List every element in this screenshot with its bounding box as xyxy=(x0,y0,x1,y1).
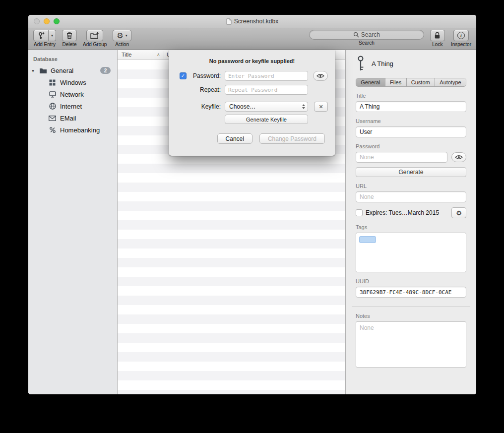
expires-checkbox[interactable] xyxy=(356,209,363,216)
keyfile-popup-button[interactable]: Choose… xyxy=(225,102,308,112)
sidebar-item-internet[interactable]: Internet xyxy=(28,100,117,112)
notes-field-label: Notes xyxy=(356,313,466,319)
tab-custom[interactable]: Custom xyxy=(407,78,435,86)
sidebar-item-homebanking[interactable]: Homebanking xyxy=(28,124,117,136)
search-input[interactable]: Search xyxy=(309,30,424,40)
add-entry-dropdown-button[interactable]: ▾ xyxy=(49,30,56,41)
sheet-keyfile-label: Keyfile: xyxy=(189,103,221,110)
add-entry-button[interactable] xyxy=(33,30,49,41)
inspector-tabs: General Files Custom Autotype xyxy=(356,78,466,87)
uuid-field[interactable] xyxy=(356,287,466,298)
delete-button[interactable] xyxy=(62,30,77,41)
generate-password-button[interactable]: Generate xyxy=(356,167,466,177)
entry-title: A Thing xyxy=(372,60,393,67)
lock-button[interactable] xyxy=(430,30,445,41)
inspector-panel: A Thing General Files Custom Autotype Ti… xyxy=(345,50,476,394)
folder-plus-icon xyxy=(90,32,99,39)
windows-grid-icon xyxy=(48,79,57,86)
change-password-button[interactable]: Change Password xyxy=(259,133,325,144)
info-icon: i xyxy=(457,32,465,39)
section-divider xyxy=(352,307,470,307)
window-title: Screenshot.kdbx xyxy=(234,18,278,25)
chevron-down-icon: ▾ xyxy=(51,34,53,38)
add-group-button[interactable] xyxy=(86,30,103,41)
close-icon: ✕ xyxy=(318,104,323,110)
username-field[interactable] xyxy=(356,126,466,137)
username-field-label: Username xyxy=(356,118,466,124)
expires-row: Expires: Tues…March 2015 ⚙ xyxy=(356,207,466,218)
disclosure-triangle-icon[interactable]: ▾ xyxy=(32,68,38,73)
search-icon xyxy=(353,32,359,38)
tab-autotype[interactable]: Autotype xyxy=(435,78,466,86)
trash-icon xyxy=(66,32,73,39)
password-enabled-checkbox[interactable]: ✓ xyxy=(180,72,187,79)
document-proxy-icon xyxy=(226,18,232,25)
sheet-repeat-input[interactable] xyxy=(225,85,308,95)
password-field-label: Password xyxy=(356,143,466,149)
generate-keyfile-button[interactable]: Generate Keyfile xyxy=(225,115,308,124)
sheet-password-row: ✓ Password: xyxy=(180,71,335,81)
title-field[interactable] xyxy=(356,101,466,112)
url-field[interactable] xyxy=(356,191,466,202)
sheet-password-input[interactable] xyxy=(225,71,308,81)
sheet-password-label: Password: xyxy=(189,72,221,79)
folder-icon xyxy=(38,67,48,74)
clear-keyfile-button[interactable]: ✕ xyxy=(314,102,328,112)
toolbar-item-search: Search Search xyxy=(309,30,424,46)
notes-field[interactable] xyxy=(356,321,466,368)
add-entry-label: Add Entry xyxy=(34,42,56,47)
eye-icon xyxy=(455,155,463,160)
action-label: Action xyxy=(115,42,129,47)
toolbar-item-add-entry: ▾ Add Entry xyxy=(33,30,56,47)
column-header-title[interactable]: Title xyxy=(122,52,131,58)
envelope-icon xyxy=(48,116,57,121)
tag-pill[interactable] xyxy=(359,236,376,243)
key-plus-icon xyxy=(37,32,45,40)
sidebar: Database ▾ General 2 xyxy=(28,50,118,394)
inspector-button[interactable]: i xyxy=(453,30,469,41)
toolbar-item-delete: Delete xyxy=(62,30,77,47)
search-placeholder: Search xyxy=(361,31,380,38)
sheet-actions: Cancel Change Password xyxy=(169,133,325,144)
sidebar-item-label: EMail xyxy=(60,115,76,122)
delete-label: Delete xyxy=(63,42,77,47)
column-divider[interactable] xyxy=(164,51,164,59)
tab-general[interactable]: General xyxy=(356,78,385,86)
sheet-repeat-label: Repeat: xyxy=(189,86,221,93)
password-field[interactable] xyxy=(356,152,447,163)
globe-icon xyxy=(48,103,57,110)
expires-settings-button[interactable]: ⚙ xyxy=(451,207,466,218)
toolbar-item-inspector: i Inspector xyxy=(451,30,471,47)
gear-icon: ⚙ xyxy=(456,209,462,217)
keyfile-popup-value: Choose… xyxy=(229,103,255,110)
desktop: Screenshot.kdbx ▾ xyxy=(0,0,504,433)
sidebar-item-label: Windows xyxy=(60,79,86,86)
password-row xyxy=(356,152,466,163)
cancel-button[interactable]: Cancel xyxy=(217,133,252,144)
app-window: Screenshot.kdbx ▾ xyxy=(28,15,476,394)
sidebar-group-general[interactable]: ▾ General 2 xyxy=(28,64,117,76)
tags-field[interactable] xyxy=(356,233,466,272)
action-button[interactable]: ⚙ ▾ xyxy=(113,30,131,41)
percent-coin-icon xyxy=(48,126,57,133)
monitor-icon xyxy=(48,91,57,98)
show-password-button[interactable] xyxy=(451,152,466,162)
sidebar-item-network[interactable]: Network xyxy=(28,88,117,100)
tags-field-label: Tags xyxy=(356,224,466,230)
lock-label: Lock xyxy=(432,42,442,47)
tab-files[interactable]: Files xyxy=(385,78,407,86)
lock-icon xyxy=(434,32,441,39)
url-field-label: URL xyxy=(356,183,466,189)
sidebar-item-label: Homebanking xyxy=(60,126,100,134)
sort-ascending-icon: ∧ xyxy=(157,52,160,57)
uuid-field-label: UUID xyxy=(356,278,466,284)
sheet-show-password-button[interactable] xyxy=(313,71,328,81)
titlebar: Screenshot.kdbx xyxy=(28,15,476,28)
sidebar-item-email[interactable]: EMail xyxy=(28,112,117,124)
title-field-label: Title xyxy=(356,93,466,99)
sheet-keyfile-row: Keyfile: Choose… ✕ xyxy=(180,102,335,112)
sidebar-item-windows[interactable]: Windows xyxy=(28,76,117,88)
inspector-header: A Thing xyxy=(356,54,466,73)
toolbar: ▾ Add Entry Delete xyxy=(28,28,476,50)
expires-label: Expires: Tues…March 2015 xyxy=(366,209,448,216)
